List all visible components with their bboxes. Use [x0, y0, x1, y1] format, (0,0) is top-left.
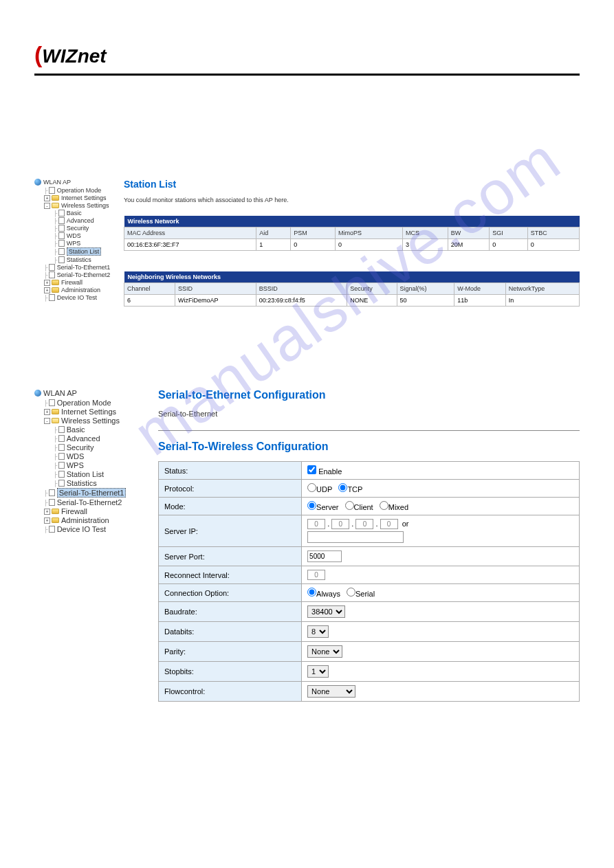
tree-item[interactable]: ├Statistics — [34, 479, 151, 487]
status-enable-checkbox[interactable] — [307, 465, 316, 474]
expand-icon[interactable]: - — [44, 418, 50, 424]
tree-label: Firewall — [61, 507, 87, 515]
tree-item[interactable]: ├Station List — [34, 470, 151, 478]
tree-label: Wireless Settings — [61, 416, 120, 425]
page-icon — [58, 248, 65, 255]
ip-octet-1[interactable] — [307, 519, 325, 529]
config-form: Status: Enable Protocol: UDP TCP Mode: — [158, 461, 580, 702]
tree-item[interactable]: ├Serial-To-Ethernet2 — [34, 271, 120, 278]
stopbits-select[interactable]: 1 — [307, 665, 329, 678]
expand-icon[interactable]: + — [44, 518, 50, 524]
tree-item[interactable]: ├Statistics — [34, 256, 120, 263]
tree-item[interactable]: +Firewall — [34, 279, 120, 286]
logo: (WIZnet — [34, 41, 580, 68]
tree-item[interactable]: ├Security — [34, 443, 151, 452]
expand-icon[interactable]: + — [44, 280, 50, 286]
parity-select[interactable]: None — [307, 645, 342, 658]
flowcontrol-select[interactable]: None — [307, 685, 355, 698]
expand-icon[interactable]: + — [44, 287, 50, 293]
server-port-label: Server Port: — [159, 547, 302, 566]
ip-octet-2[interactable] — [331, 519, 349, 529]
page-icon — [49, 294, 55, 301]
tree-label: Security — [67, 225, 89, 232]
cell: 20M — [448, 239, 489, 251]
expand-icon[interactable]: + — [44, 509, 50, 515]
tree-item[interactable]: ├Basic — [34, 425, 151, 434]
protocol-udp-radio[interactable] — [307, 483, 316, 492]
connection-always-radio[interactable] — [307, 588, 316, 597]
neighbor-table: Neighboring Wireless Networks ChannelSSI… — [124, 271, 580, 307]
tree-label: Statistics — [67, 256, 91, 263]
tree-label: Device IO Test — [57, 294, 97, 301]
tree-item[interactable]: ├WDS — [34, 452, 151, 460]
col-header: W-Mode — [454, 283, 506, 295]
tree-item[interactable]: ├Device IO Test — [34, 294, 120, 301]
tree-connector: ├ — [44, 500, 48, 506]
page-icon — [49, 489, 55, 496]
tree-connector: ├ — [54, 480, 58, 487]
expand-icon[interactable]: - — [44, 203, 50, 209]
baudrate-label: Baudrate: — [159, 602, 302, 622]
tree-item[interactable]: +Firewall — [34, 507, 151, 515]
folder-icon — [52, 409, 59, 414]
tree-item[interactable]: ├Serial-To-Ethernet2 — [34, 498, 151, 507]
tree-connector: ├ — [44, 490, 48, 496]
databits-select[interactable]: 8 — [307, 625, 329, 638]
col-header: SGI — [490, 227, 528, 239]
cell: 0 — [336, 239, 403, 251]
tree-item[interactable]: ├WPS — [34, 240, 120, 247]
tree-item[interactable]: -Wireless Settings — [34, 416, 151, 425]
tree-connector: ├ — [54, 210, 58, 216]
col-header: PSM — [291, 227, 336, 239]
globe-icon — [34, 390, 41, 397]
tree-root[interactable]: WLAN AP — [34, 179, 120, 186]
baudrate-select[interactable]: 38400 — [307, 605, 345, 618]
tree-item[interactable]: ├Serial-To-Ethernet1 — [34, 488, 151, 498]
tree-item[interactable]: ├Advanced — [34, 217, 120, 224]
protocol-tcp-radio[interactable] — [338, 483, 347, 492]
ip-octet-3[interactable] — [355, 519, 373, 529]
reconnect-input[interactable] — [307, 570, 325, 580]
tree-item[interactable]: ├WDS — [34, 232, 120, 239]
tree-label: Device IO Test — [57, 525, 106, 533]
tree-item[interactable]: ├WPS — [34, 461, 151, 469]
tree-item[interactable]: ├Station List — [34, 247, 120, 256]
wireless-network-table: Wireless Network MAC AddressAidPSMMimoPS… — [124, 216, 580, 251]
tree-connector: ├ — [54, 436, 58, 442]
tree-item[interactable]: ├Device IO Test — [34, 525, 151, 533]
tree-item[interactable]: ├Serial-To-Ethernet1 — [34, 264, 120, 271]
expand-icon[interactable]: + — [44, 195, 50, 201]
tree-item[interactable]: +Administration — [34, 287, 120, 293]
tree-root[interactable]: WLAN AP — [34, 389, 151, 397]
expand-icon[interactable]: + — [44, 409, 50, 415]
tree-connector: ├ — [44, 265, 48, 271]
tree-item[interactable]: ├Advanced — [34, 434, 151, 443]
tree-label: Wireless Settings — [61, 202, 109, 209]
cell: 0 — [527, 239, 579, 251]
tree-item[interactable]: ├Operation Mode — [34, 399, 151, 407]
cell: 1 — [256, 239, 291, 251]
tree-item[interactable]: +Internet Settings — [34, 194, 120, 201]
wireless-table-header: Wireless Network — [124, 216, 580, 227]
tree-item[interactable]: ├Operation Mode — [34, 187, 120, 194]
tree-item[interactable]: +Administration — [34, 516, 151, 524]
tree-item[interactable]: +Internet Settings — [34, 408, 151, 416]
tree-label: Firewall — [61, 279, 83, 286]
globe-icon — [34, 179, 41, 186]
tree-item[interactable]: -Wireless Settings — [34, 202, 120, 209]
connection-serial-radio[interactable] — [347, 588, 355, 597]
folder-icon — [52, 195, 59, 201]
server-ip-alt-input[interactable] — [307, 531, 404, 543]
server-port-input[interactable] — [307, 550, 342, 562]
mode-client-radio[interactable] — [345, 501, 354, 510]
tree-connector: ├ — [54, 241, 58, 247]
mode-mixed-radio[interactable] — [380, 501, 388, 510]
tree-item[interactable]: ├Security — [34, 225, 120, 232]
tree-label: Statistics — [67, 479, 97, 487]
station-list-title: Station List — [124, 179, 580, 190]
serial-ethernet-title: Serial-to-Ethernet Configuration — [158, 389, 580, 401]
tree-item[interactable]: ├Basic — [34, 210, 120, 216]
ip-octet-4[interactable] — [380, 519, 398, 529]
tree-connector: ├ — [44, 400, 48, 406]
mode-server-radio[interactable] — [307, 501, 316, 510]
